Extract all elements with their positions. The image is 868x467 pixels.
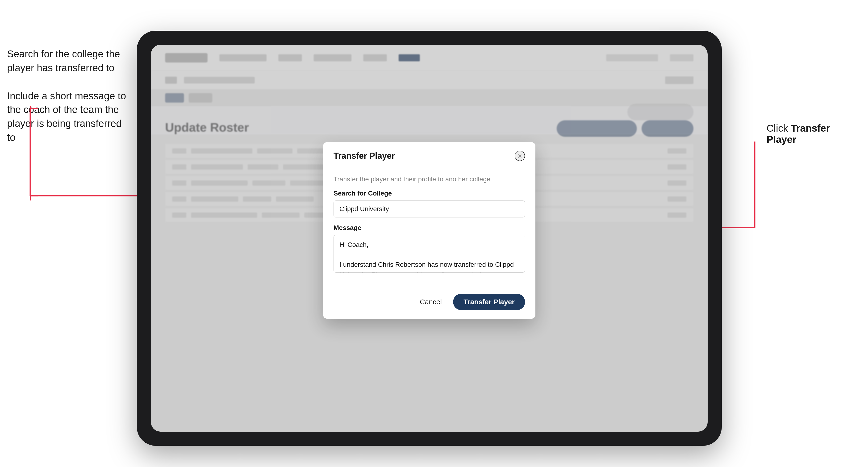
annotation-search-text: Search for the college the player has tr… bbox=[7, 47, 127, 75]
message-label: Message bbox=[334, 224, 525, 231]
click-label: Click bbox=[767, 123, 788, 134]
message-textarea[interactable]: Hi Coach, I understand Chris Robertson h… bbox=[334, 235, 525, 273]
annotation-right: Click Transfer Player bbox=[767, 123, 861, 145]
cancel-button[interactable]: Cancel bbox=[414, 294, 447, 310]
transfer-player-button[interactable]: Transfer Player bbox=[453, 294, 525, 310]
ipad-device: Update Roster bbox=[137, 31, 722, 446]
modal-footer: Cancel Transfer Player bbox=[323, 288, 535, 319]
annotation-left: Search for the college the player has tr… bbox=[7, 47, 127, 159]
close-icon: × bbox=[518, 152, 522, 160]
modal-title: Transfer Player bbox=[334, 151, 395, 161]
search-college-label: Search for College bbox=[334, 190, 525, 197]
modal-body: Transfer the player and their profile to… bbox=[323, 168, 535, 288]
annotation-right-text: Click Transfer Player bbox=[767, 123, 830, 145]
modal-close-button[interactable]: × bbox=[515, 151, 525, 161]
transfer-player-modal: Transfer Player × Transfer the player an… bbox=[323, 142, 535, 319]
dialog-overlay: Transfer Player × Transfer the player an… bbox=[151, 45, 708, 432]
modal-header: Transfer Player × bbox=[323, 142, 535, 168]
ipad-screen: Update Roster bbox=[151, 45, 708, 432]
search-college-input[interactable] bbox=[334, 200, 525, 217]
modal-subtitle: Transfer the player and their profile to… bbox=[334, 176, 525, 183]
annotation-message-text: Include a short message to the coach of … bbox=[7, 89, 127, 145]
